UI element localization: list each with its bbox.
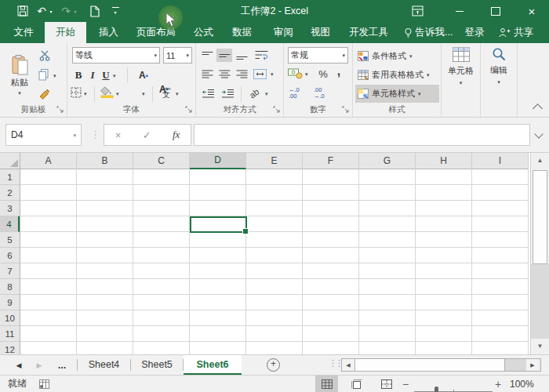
comma-style-button[interactable]: , (334, 65, 344, 78)
tab-file[interactable]: 文件 (6, 22, 41, 43)
align-right-button[interactable] (234, 67, 249, 81)
paste-button[interactable]: 粘贴 ▾ (5, 46, 35, 104)
zoom-in-button[interactable]: + (495, 376, 501, 392)
column-header-G[interactable]: G (359, 153, 416, 169)
sheet-tab-sheet6[interactable]: Sheet6 (184, 355, 242, 375)
tab-view[interactable]: 视图 (303, 22, 338, 43)
collapse-ribbon-button[interactable] (533, 103, 543, 114)
tab-insert[interactable]: 插入 (91, 22, 126, 43)
zoom-level[interactable]: 100% (510, 376, 534, 392)
row-header-9[interactable]: 9 (0, 295, 20, 310)
zoom-slider-thumb[interactable] (434, 387, 438, 392)
decrease-indent-button[interactable] (199, 87, 216, 100)
copy-dropdown[interactable]: ▾ (53, 73, 56, 78)
top-align-button[interactable] (199, 49, 215, 62)
page-break-preview-button[interactable] (375, 376, 398, 392)
underline-button[interactable]: U (100, 68, 111, 82)
merge-center-button[interactable] (251, 67, 268, 81)
page-layout-view-button[interactable] (345, 376, 368, 392)
tab-data[interactable]: 数据 (224, 22, 260, 43)
borders-button[interactable] (71, 87, 82, 98)
font-size-select[interactable]: 11 ▾ (163, 47, 192, 64)
font-family-select[interactable]: 等线 ▾ (72, 47, 160, 64)
font-dialog-launcher[interactable] (185, 106, 193, 114)
row-header-12[interactable]: 12 (0, 342, 20, 354)
orientation-button[interactable]: ab (243, 82, 265, 104)
accounting-dropdown[interactable]: ▾ (305, 71, 308, 77)
vertical-scroll-thumb[interactable] (533, 170, 547, 264)
tab-developer[interactable]: 开发工具 (342, 22, 395, 43)
column-header-I[interactable]: I (472, 153, 529, 169)
sign-in-button[interactable]: 登录 (460, 22, 489, 43)
row-header-6[interactable]: 6 (0, 248, 20, 263)
row-header-10[interactable]: 10 (0, 310, 20, 326)
next-sheet-button[interactable]: ▶ (33, 355, 45, 375)
fill-color-dropdown[interactable]: ▾ (116, 91, 119, 96)
enter-button[interactable]: ✓ (143, 129, 151, 141)
fill-color-button[interactable] (100, 86, 114, 98)
tab-home[interactable]: 开始 (45, 22, 86, 43)
scroll-down-button[interactable]: ▼ (531, 339, 549, 353)
font-color-dropdown[interactable]: ▾ (142, 91, 145, 96)
select-all-button[interactable] (0, 153, 20, 169)
name-box[interactable]: D4 ▾ (5, 124, 82, 146)
tab-review[interactable]: 审阅 (266, 22, 301, 43)
italic-button[interactable]: I (87, 68, 98, 82)
merge-center-dropdown[interactable]: ▾ (271, 71, 274, 77)
column-header-E[interactable]: E (246, 153, 303, 169)
ribbon-display-options-button[interactable] (405, 0, 430, 22)
horizontal-scroll-track[interactable] (505, 359, 526, 371)
accounting-format-button[interactable] (288, 67, 303, 79)
row-header-4[interactable]: 4 (0, 216, 20, 232)
row-header-11[interactable]: 11 (0, 326, 20, 342)
zoom-out-button[interactable]: − (402, 376, 409, 392)
row-header-3[interactable]: 3 (0, 201, 20, 216)
record-macro-button[interactable] (39, 376, 49, 392)
vertical-scroll-track[interactable] (531, 264, 549, 339)
column-header-D[interactable]: D (190, 153, 246, 169)
scroll-left-button[interactable]: ◀ (342, 359, 354, 371)
increase-decimal-button[interactable]: ←.0 .00 (289, 87, 300, 100)
new-sheet-button[interactable]: + (267, 358, 280, 372)
cut-button[interactable] (39, 50, 51, 61)
fill-handle[interactable] (242, 228, 249, 234)
normal-view-button[interactable] (315, 376, 338, 392)
horizontal-scroll-thumb[interactable] (354, 359, 505, 371)
phonetic-dropdown[interactable]: ▾ (176, 91, 179, 96)
bottom-align-button[interactable] (234, 49, 249, 62)
number-format-select[interactable]: 常规 ▾ (288, 47, 348, 64)
tab-bar-resize-handle[interactable]: ⋮⋮ (329, 358, 341, 368)
sheet-list-ellipsis-button[interactable]: ... (53, 355, 71, 375)
scroll-up-button[interactable]: ▲ (531, 153, 549, 167)
percent-style-button[interactable]: % (317, 67, 329, 80)
column-header-H[interactable]: H (416, 153, 472, 169)
close-button[interactable]: × (519, 0, 544, 22)
increase-indent-button[interactable] (219, 87, 236, 100)
tab-tell-me[interactable]: 告诉我... (397, 22, 460, 43)
borders-dropdown[interactable]: ▾ (84, 91, 87, 96)
conditional-formatting-button[interactable]: 条件格式 ▾ (355, 47, 439, 65)
align-center-button[interactable] (216, 67, 232, 81)
bold-button[interactable]: B (72, 68, 85, 82)
vertical-scrollbar[interactable]: ▲ ▼ (530, 153, 549, 354)
row-header-7[interactable]: 7 (0, 263, 20, 279)
column-header-B[interactable]: B (77, 153, 133, 169)
insert-function-button[interactable]: fx (173, 129, 180, 141)
increase-font-size-button[interactable]: A (136, 68, 151, 82)
tab-formulas[interactable]: 公式 (186, 22, 221, 43)
formula-input[interactable] (194, 124, 530, 146)
sheet-tab-sheet5[interactable]: Sheet5 (131, 355, 183, 375)
copy-button[interactable] (38, 69, 49, 81)
row-header-2[interactable]: 2 (0, 185, 20, 201)
format-painter-button[interactable] (39, 89, 50, 100)
decrease-decimal-button[interactable]: .00 →.0 (314, 87, 325, 100)
cells-button[interactable]: 单元格 ▾ (442, 47, 480, 85)
number-dialog-launcher[interactable] (342, 106, 350, 114)
share-button[interactable]: 共享 (491, 22, 541, 43)
phonetic-guide-button[interactable]: wén 文 (158, 86, 174, 99)
editing-button[interactable]: 编辑 ▾ (481, 47, 517, 85)
cell-area[interactable] (20, 169, 529, 354)
orientation-dropdown[interactable]: ▾ (265, 91, 268, 96)
wrap-text-button[interactable] (253, 49, 270, 62)
scroll-right-button[interactable]: ▶ (526, 359, 539, 371)
